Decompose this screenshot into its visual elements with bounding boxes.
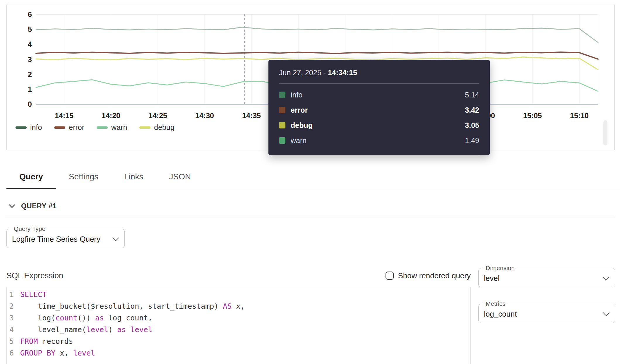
legend-label-info: info (30, 123, 42, 132)
tooltip-series-value: 5.14 (465, 91, 479, 99)
chevron-down-icon (603, 312, 610, 316)
legend-item-info[interactable]: info (16, 123, 42, 132)
tooltip-date: Jun 27, 2025 - (279, 68, 328, 77)
tab-links[interactable]: Links (111, 166, 156, 189)
tooltip-series-name: error (291, 106, 308, 114)
metrics-value: log_count (484, 310, 517, 319)
tooltip-time: 14:34:15 (328, 68, 357, 77)
code-text: GROUP BY x, level (20, 347, 95, 359)
y-tick-label: 5 (28, 25, 32, 33)
legend-label-warn: warn (111, 123, 127, 132)
x-tick-label: 15:05 (523, 111, 542, 120)
chart-config-column: Dimension level Metrics log_count (478, 265, 615, 323)
tab-settings[interactable]: Settings (56, 166, 111, 189)
sql-section: SQL Expression Show rendered query 1SELE… (6, 269, 471, 364)
chart-tooltip: Jun 27, 2025 - 14:34:15 info 5.14 error … (268, 60, 490, 155)
y-tick-label: 0 (28, 100, 32, 108)
x-tick-label: 14:35 (242, 111, 261, 120)
info-color-swatch (279, 92, 285, 98)
debug-color-swatch (279, 122, 285, 128)
code-line: 5FROM records (7, 336, 470, 347)
tooltip-timestamp: Jun 27, 2025 - 14:34:15 (279, 68, 479, 77)
tooltip-row-info: info 5.14 (279, 87, 479, 102)
query-type-field: Query Type Logfire Time Series Query (6, 225, 125, 248)
code-text: time_bucket($resolution, start_timestamp… (20, 301, 245, 312)
legend-item-debug[interactable]: debug (139, 123, 174, 132)
tooltip-series-value: 3.42 (465, 106, 479, 114)
sql-header: SQL Expression Show rendered query (6, 269, 471, 283)
tooltip-series-value: 3.05 (465, 121, 479, 130)
chart-legend: info error warn debug (16, 123, 174, 132)
chevron-down-icon (9, 204, 15, 208)
x-tick-label: 14:15 (55, 111, 73, 120)
tooltip-row-error: error 3.42 (279, 102, 479, 118)
code-line: 2 time_bucket($resolution, start_timesta… (7, 301, 470, 312)
sql-code-editor[interactable]: 1SELECT2 time_bucket($resolution, start_… (6, 287, 471, 364)
section-divider (5, 217, 615, 217)
query-type-value: Logfire Time Series Query (12, 235, 100, 244)
y-tick-label: 3 (28, 55, 32, 63)
scrollbar-thumb[interactable] (603, 120, 607, 145)
error-color-swatch (279, 107, 285, 113)
query-section-title: QUERY #1 (21, 202, 56, 210)
x-tick-label: 15:10 (570, 111, 589, 120)
y-tick-label: 2 (28, 70, 32, 78)
tooltip-row-debug: debug 3.05 (279, 118, 479, 133)
line-number: 1 (7, 289, 20, 301)
code-line: 4 level_name(level) as level (7, 324, 470, 336)
dimension-field: Dimension level (478, 265, 615, 287)
dimension-select[interactable]: level (483, 272, 610, 284)
code-line: 6GROUP BY x, level (7, 347, 470, 359)
line-number: 6 (7, 347, 20, 359)
tooltip-rows: info 5.14 error 3.42 debug 3.05 warn 1.4… (279, 87, 479, 148)
legend-swatch-info (16, 126, 27, 129)
x-tick-label: 14:30 (195, 111, 214, 120)
legend-label-error: error (69, 123, 84, 132)
code-text: SELECT (20, 289, 47, 301)
series-line-info (36, 27, 598, 42)
y-tick-label: 6 (28, 10, 32, 18)
legend-swatch-debug (139, 126, 150, 129)
query-section-toggle[interactable]: QUERY #1 (9, 202, 56, 210)
tab-json[interactable]: JSON (156, 166, 204, 189)
chart-panel: 012345614:1514:2014:2514:3014:3514:4014:… (6, 4, 615, 150)
x-tick-label: 14:20 (102, 111, 120, 120)
x-tick-label: 14:25 (148, 111, 167, 120)
code-line: 1SELECT (7, 289, 470, 301)
line-number: 4 (7, 324, 20, 336)
show-rendered-label: Show rendered query (398, 271, 471, 280)
metrics-label: Metrics (484, 300, 507, 307)
tooltip-series-name: debug (291, 121, 313, 130)
y-tick-label: 4 (28, 40, 32, 48)
tooltip-row-warn: warn 1.49 (279, 133, 479, 148)
legend-swatch-error (54, 126, 65, 129)
legend-item-warn[interactable]: warn (97, 123, 127, 132)
dimension-value: level (484, 274, 499, 283)
chevron-down-icon (112, 237, 119, 241)
show-rendered-checkbox[interactable] (386, 272, 394, 280)
warn-color-swatch (279, 137, 285, 144)
tooltip-series-name: warn (291, 136, 306, 145)
metrics-select[interactable]: log_count (483, 308, 610, 319)
dimension-label: Dimension (484, 265, 516, 272)
line-number: 3 (7, 312, 20, 324)
tab-bar: Query Settings Links JSON (0, 166, 620, 189)
query-type-label: Query Type (12, 225, 47, 232)
tooltip-series-name: info (291, 91, 302, 99)
metrics-field: Metrics log_count (478, 300, 615, 323)
show-rendered-query-toggle[interactable]: Show rendered query (386, 271, 471, 280)
y-tick-label: 1 (28, 85, 32, 93)
legend-item-error[interactable]: error (54, 123, 84, 132)
legend-label-debug: debug (154, 123, 174, 132)
tab-query[interactable]: Query (6, 166, 56, 189)
tooltip-series-value: 1.49 (465, 136, 479, 145)
line-number: 2 (7, 301, 20, 312)
query-type-select[interactable]: Logfire Time Series Query (11, 233, 120, 244)
legend-swatch-warn (97, 126, 108, 129)
code-line: 3 log(count()) as log_count, (7, 312, 470, 324)
tooltip-divider (279, 83, 479, 84)
code-text: FROM records (20, 336, 73, 347)
line-number: 5 (7, 336, 20, 347)
code-text: log(count()) as log_count, (20, 312, 153, 324)
sql-expression-label: SQL Expression (6, 271, 63, 280)
